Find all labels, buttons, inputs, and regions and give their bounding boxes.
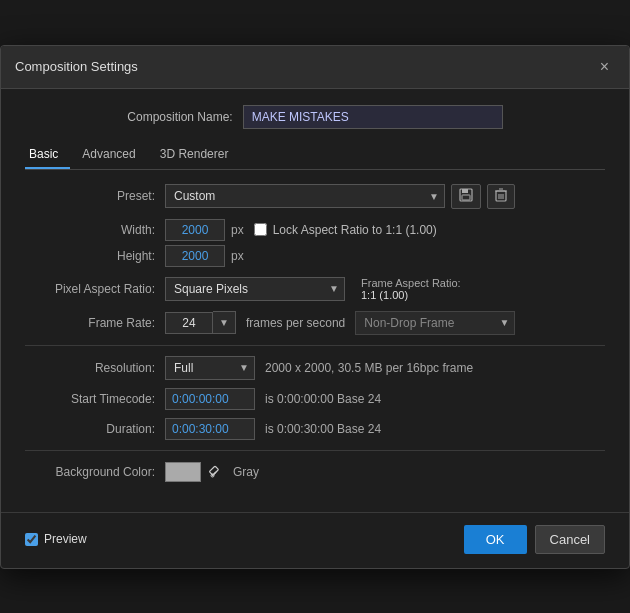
bg-color-name: Gray [233,465,259,479]
fps-label: frames per second [246,316,345,330]
title-bar: Composition Settings × [1,46,629,89]
preset-select-wrapper: Custom HDTV 1080 24 HDTV 1080 25 HDTV 72… [165,184,445,208]
height-input[interactable] [165,245,225,267]
frame-rate-dropdown-button[interactable]: ▼ [213,311,236,334]
svg-rect-10 [209,466,218,475]
frame-aspect-ratio-box: Frame Aspect Ratio: 1:1 (1.00) [361,277,461,301]
start-timecode-input[interactable] [165,388,255,410]
width-unit: px [231,223,244,237]
par-select-wrapper: Square Pixels D1/DV NTSC D1/DV PAL ▼ [165,277,345,301]
composition-settings-dialog: Composition Settings × Composition Name:… [0,45,630,569]
frame-rate-input[interactable] [165,312,213,334]
duration-label: Duration: [25,422,155,436]
far-label: Frame Aspect Ratio: [361,277,461,289]
lock-aspect-row: Lock Aspect Ratio to 1:1 (1.00) [254,223,437,237]
tabs-bar: Basic Advanced 3D Renderer [25,141,605,170]
comp-name-label: Composition Name: [127,110,232,124]
comp-name-row: Composition Name: [25,105,605,129]
dialog-footer: Preview OK Cancel [1,512,629,568]
bg-color-swatch[interactable] [165,462,201,482]
svg-rect-1 [462,189,468,193]
bg-color-label: Background Color: [25,465,155,479]
par-select[interactable]: Square Pixels D1/DV NTSC D1/DV PAL [165,277,345,301]
tab-basic[interactable]: Basic [25,141,70,169]
svg-rect-2 [462,195,470,200]
divider-2 [25,450,605,451]
height-unit: px [231,249,244,263]
preset-delete-button[interactable] [487,184,515,209]
resolution-label: Resolution: [25,361,155,375]
preview-row: Preview [25,532,87,546]
start-timecode-row: Start Timecode: is 0:00:00:00 Base 24 [25,388,605,410]
drop-frame-select-wrapper: Non-Drop Frame Drop Frame ▼ [355,311,515,335]
divider-1 [25,345,605,346]
tab-advanced[interactable]: Advanced [78,141,147,169]
width-row: Width: px Lock Aspect Ratio to 1:1 (1.00… [25,219,605,241]
eyedropper-button[interactable] [207,461,227,484]
resolution-row: Resolution: Full Half Third Quarter Cust… [25,356,605,380]
width-input[interactable] [165,219,225,241]
frame-rate-row: Frame Rate: ▼ frames per second Non-Drop… [25,311,605,335]
drop-frame-select[interactable]: Non-Drop Frame Drop Frame [355,311,515,335]
cancel-button[interactable]: Cancel [535,525,605,554]
width-label: Width: [25,223,155,237]
par-label: Pixel Aspect Ratio: [25,282,155,296]
start-timecode-label: Start Timecode: [25,392,155,406]
lock-aspect-checkbox[interactable] [254,223,267,236]
far-value: 1:1 (1.00) [361,289,461,301]
frame-rate-label: Frame Rate: [25,316,155,330]
start-timecode-info: is 0:00:00:00 Base 24 [265,392,381,406]
lock-aspect-label: Lock Aspect Ratio to 1:1 (1.00) [273,223,437,237]
background-color-row: Background Color: Gray [25,461,605,484]
resolution-select-wrapper: Full Half Third Quarter Custom ▼ [165,356,255,380]
tab-3d-renderer[interactable]: 3D Renderer [156,141,241,169]
duration-row: Duration: is 0:00:30:00 Base 24 [25,418,605,440]
ok-button[interactable]: OK [464,525,527,554]
preset-select[interactable]: Custom HDTV 1080 24 HDTV 1080 25 HDTV 72… [165,184,445,208]
pixel-aspect-ratio-row: Pixel Aspect Ratio: Square Pixels D1/DV … [25,277,605,301]
preset-row: Preset: Custom HDTV 1080 24 HDTV 1080 25… [25,184,605,209]
comp-name-input[interactable] [243,105,503,129]
duration-input[interactable] [165,418,255,440]
height-row: Height: px [25,245,605,267]
height-label: Height: [25,249,155,263]
dialog-body: Composition Name: Basic Advanced 3D Rend… [1,89,629,504]
preview-label: Preview [44,532,87,546]
close-button[interactable]: × [594,56,615,78]
resolution-select[interactable]: Full Half Third Quarter Custom [165,356,255,380]
dialog-title: Composition Settings [15,59,138,74]
preset-label: Preset: [25,189,155,203]
resolution-info: 2000 x 2000, 30.5 MB per 16bpc frame [265,361,473,375]
duration-info: is 0:00:30:00 Base 24 [265,422,381,436]
preset-save-button[interactable] [451,184,481,209]
preview-checkbox[interactable] [25,533,38,546]
footer-buttons: OK Cancel [464,525,605,554]
